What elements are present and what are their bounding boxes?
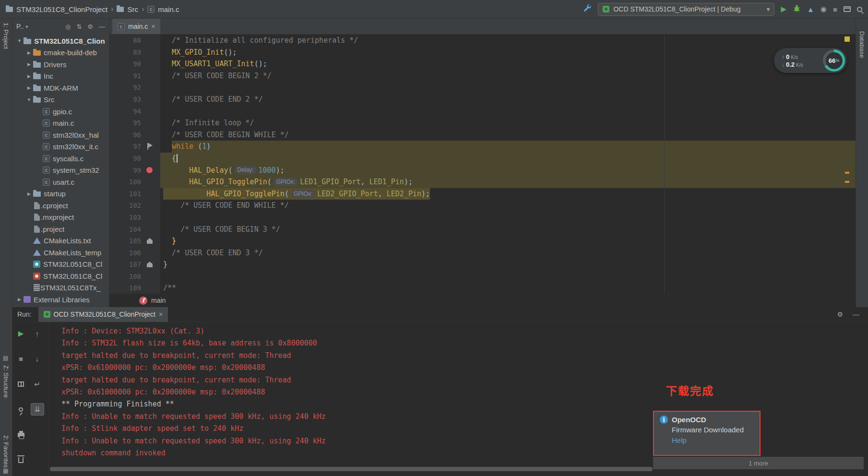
close-icon[interactable]: × bbox=[151, 23, 155, 30]
restore-layout-icon[interactable] bbox=[844, 6, 851, 12]
gutter[interactable]: 109 bbox=[109, 282, 160, 294]
chevron-collapsed-icon[interactable]: ▶ bbox=[25, 62, 33, 67]
chevron-expanded-icon[interactable]: ▼ bbox=[25, 97, 33, 102]
code-line-106[interactable]: 106 /* USER CODE END 3 */ bbox=[109, 247, 856, 259]
line-number[interactable]: 104 bbox=[109, 224, 141, 236]
code-line-102[interactable]: 102 /* USER CODE END WHILE */ bbox=[109, 200, 856, 212]
tree-item-cmakelists-txt[interactable]: CMakeLists.txt bbox=[12, 235, 109, 247]
gutter-icon-area[interactable] bbox=[141, 271, 160, 283]
tree-item-src[interactable]: ▼Src bbox=[12, 94, 109, 106]
gutter[interactable]: 92 bbox=[109, 82, 160, 94]
tree-item-startup[interactable]: ▶startup bbox=[12, 188, 109, 200]
debug-button[interactable] bbox=[793, 4, 801, 14]
gutter[interactable]: 101 bbox=[109, 188, 160, 200]
line-number[interactable]: 99 bbox=[109, 165, 141, 177]
code-line-97[interactable]: 97 while (1) bbox=[109, 141, 856, 153]
gutter-icon-area[interactable] bbox=[141, 235, 160, 247]
line-number[interactable]: 95 bbox=[109, 117, 141, 129]
inspection-status-marker[interactable] bbox=[844, 36, 850, 42]
code-line-104[interactable]: 104 /* USER CODE BEGIN 3 */ bbox=[109, 224, 856, 236]
tree-item-inc[interactable]: ▶Inc bbox=[12, 71, 109, 83]
gutter[interactable]: 104 bbox=[109, 224, 160, 236]
tree-item-stm32l0xx-hal[interactable]: stm32l0xx_hal bbox=[12, 129, 109, 141]
gutter[interactable]: 107 bbox=[109, 259, 160, 271]
toolwindow-button-favorites[interactable]: 2: Favorites bbox=[2, 435, 10, 468]
gutter[interactable]: 89 bbox=[109, 47, 160, 59]
code-line-103[interactable]: 103 bbox=[109, 212, 856, 224]
code-line-94[interactable]: 94 bbox=[109, 106, 856, 118]
gutter-icon-area[interactable] bbox=[141, 106, 160, 118]
tree-item-stm32l051c8-cl[interactable]: STM32L051C8_Cl bbox=[12, 270, 109, 282]
gutter[interactable]: 98 bbox=[109, 153, 160, 165]
print-button[interactable] bbox=[14, 428, 28, 441]
gutter[interactable]: 102 bbox=[109, 200, 160, 212]
gutter[interactable]: 94 bbox=[109, 106, 160, 118]
pin-button[interactable] bbox=[14, 403, 28, 416]
clear-button[interactable] bbox=[14, 454, 28, 466]
notification-help-link[interactable]: Help bbox=[672, 436, 754, 444]
gutter-icon-area[interactable] bbox=[141, 35, 160, 47]
tree-item-mdk-arm[interactable]: ▶MDK-ARM bbox=[12, 82, 109, 94]
line-number[interactable]: 93 bbox=[109, 94, 141, 106]
tree-item-mxproject[interactable]: .mxproject bbox=[12, 212, 109, 224]
project-panel-title[interactable]: P.. bbox=[16, 23, 24, 30]
gutter-icon-area[interactable] bbox=[141, 141, 160, 153]
tree-item-syscalls-c[interactable]: syscalls.c bbox=[12, 153, 109, 165]
gear-icon[interactable]: ⚙ bbox=[837, 310, 843, 318]
gutter-icon-area[interactable] bbox=[141, 224, 160, 236]
tab-main-c[interactable]: main.c × bbox=[112, 19, 160, 34]
tree-item-stm32l051c8tx[interactable]: STM32L051C8Tx_ bbox=[12, 282, 109, 294]
tree-item-cmakelists-temp[interactable]: CMakeLists_temp bbox=[12, 247, 109, 259]
code-text[interactable]: HAL_Delay(Delay:1000); bbox=[160, 165, 856, 177]
code-line-90[interactable]: 90 MX_USART1_UART_Init(); bbox=[109, 58, 856, 70]
gutter-icon-area[interactable] bbox=[141, 282, 160, 294]
gutter[interactable]: 90 bbox=[109, 58, 160, 70]
code-text[interactable] bbox=[160, 212, 856, 224]
code-text[interactable]: /* USER CODE BEGIN 2 */ bbox=[160, 70, 856, 82]
code-text[interactable]: /* USER CODE END WHILE */ bbox=[160, 200, 856, 212]
line-number[interactable]: 91 bbox=[109, 70, 141, 82]
code-text[interactable]: /* Infinite loop */ bbox=[160, 117, 856, 129]
stripe-warning-marker[interactable] bbox=[845, 172, 849, 174]
toolwindow-button-database[interactable]: Database bbox=[858, 31, 866, 58]
gutter[interactable]: 103 bbox=[109, 212, 160, 224]
coverage-button[interactable]: ▲ bbox=[807, 5, 814, 13]
line-number[interactable]: 94 bbox=[109, 106, 141, 118]
code-text[interactable]: /* USER CODE BEGIN WHILE */ bbox=[160, 129, 856, 141]
line-number[interactable]: 106 bbox=[109, 247, 141, 259]
gutter[interactable]: 96 bbox=[109, 129, 160, 141]
gutter-icon-area[interactable] bbox=[141, 47, 160, 59]
locate-file-icon[interactable]: ◎ bbox=[65, 23, 71, 30]
gear-icon[interactable]: ⚙ bbox=[87, 23, 93, 30]
gutter[interactable]: 108 bbox=[109, 271, 160, 283]
line-number[interactable]: 88 bbox=[109, 35, 141, 47]
tree-item-external-libraries[interactable]: ▶External Libraries bbox=[12, 294, 109, 306]
restore-layout-button[interactable] bbox=[14, 378, 28, 391]
close-icon[interactable]: × bbox=[159, 310, 163, 318]
line-number[interactable]: 97 bbox=[109, 141, 141, 153]
gutter-icon-area[interactable] bbox=[141, 176, 160, 188]
gutter[interactable]: 95 bbox=[109, 117, 160, 129]
code-text[interactable]: { bbox=[160, 153, 856, 165]
breadcrumb-src[interactable]: Src bbox=[127, 5, 138, 13]
code-text[interactable] bbox=[160, 106, 856, 118]
code-line-88[interactable]: 88 /* Initialize all configured peripher… bbox=[109, 35, 856, 47]
tree-item-usart-c[interactable]: usart.c bbox=[12, 176, 109, 188]
gutter[interactable]: 93 bbox=[109, 94, 160, 106]
structure-icon[interactable]: ▤ bbox=[3, 355, 8, 361]
code-line-96[interactable]: 96 /* USER CODE BEGIN WHILE */ bbox=[109, 129, 856, 141]
code-text[interactable]: MX_GPIO_Init(); bbox=[160, 47, 856, 59]
down-stack-button[interactable]: ↓ bbox=[31, 353, 44, 365]
code-line-107[interactable]: 107} bbox=[109, 259, 856, 271]
code-editor[interactable]: 88 /* Initialize all configured peripher… bbox=[109, 35, 856, 294]
tree-item-stm32l051c8-clion[interactable]: ▼STM32L051C8_Clion bbox=[12, 35, 109, 47]
fold-marker-icon[interactable] bbox=[147, 238, 153, 244]
gutter-icon-area[interactable] bbox=[141, 70, 160, 82]
line-number[interactable]: 109 bbox=[109, 282, 141, 294]
tree-item-gpio-c[interactable]: gpio.c bbox=[12, 106, 109, 118]
hide-panel-icon[interactable]: ― bbox=[853, 310, 859, 318]
code-line-108[interactable]: 108 bbox=[109, 271, 856, 283]
line-number[interactable]: 98 bbox=[109, 153, 141, 165]
gutter-icon-area[interactable] bbox=[141, 153, 160, 165]
code-text[interactable]: /* USER CODE BEGIN 3 */ bbox=[160, 224, 856, 236]
